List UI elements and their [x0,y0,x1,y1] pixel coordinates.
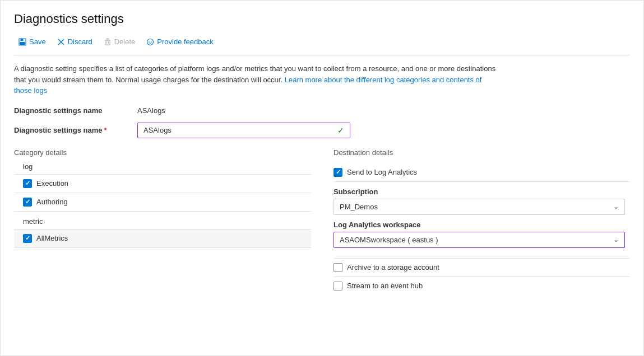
form-name-input-label: Diagnostic settings name * [14,126,137,134]
description-text: A diagnostic setting specifies a list of… [14,63,496,96]
right-panel: Destination details Send to Log Analytic… [328,148,630,295]
svg-rect-2 [20,42,25,45]
save-label: Save [29,38,46,46]
execution-checkbox[interactable] [23,179,32,188]
form-name-static-value: ASAlogs [137,106,165,115]
log-item-execution: Execution [14,175,311,193]
required-indicator: * [104,126,106,134]
feedback-button[interactable]: Provide feedback [142,35,217,48]
discard-label: Discard [68,38,92,46]
authoring-checkbox[interactable] [23,198,32,207]
svg-rect-7 [105,41,110,45]
subscription-label: Subscription [333,188,630,196]
save-icon [18,38,26,46]
subscription-chevron-icon: ⌄ [613,203,619,210]
delete-button[interactable]: Delete [99,35,140,48]
svg-rect-1 [21,39,24,41]
category-details-label: Category details [14,148,311,157]
subscription-select[interactable]: PM_Demos ⌄ [333,199,625,215]
input-valid-icon: ✓ [337,126,344,135]
storage-label: Archive to a storage account [347,263,439,271]
form-name-input-row: Diagnostic settings name * ✓ [14,123,630,138]
feedback-label: Provide feedback [157,38,213,46]
destination-details-label: Destination details [333,148,630,157]
log-analytics-row: Send to Log Analytics [333,163,630,182]
allmetrics-checkbox[interactable] [23,234,32,243]
allmetrics-label: AllMetrics [36,234,68,242]
main-content: Category details log Execution Authoring… [14,148,630,295]
event-hub-row: Stream to an event hub [333,277,630,295]
storage-checkbox[interactable] [333,263,342,272]
log-analytics-checkbox[interactable] [333,168,342,177]
subscription-select-wrapper: PM_Demos ⌄ [333,199,625,215]
svg-point-11 [149,41,150,41]
event-hub-checkbox[interactable] [333,282,342,291]
save-button[interactable]: Save [14,35,50,48]
log-analytics-label: Send to Log Analytics [347,168,417,176]
execution-label: Execution [36,179,68,188]
log-section: log Execution Authoring [14,162,311,212]
metric-section-label: metric [23,217,311,226]
workspace-value: ASAOMSworkspace ( eastus ) [340,236,438,244]
delete-icon [104,38,112,46]
toolbar: Save Discard Delete [14,35,630,55]
svg-rect-5 [106,39,109,40]
svg-point-10 [147,39,154,45]
workspace-chevron-icon: ⌄ [613,236,619,243]
workspace-select[interactable]: ASAOMSworkspace ( eastus ) ⌄ [333,232,625,248]
workspace-section: Log Analytics workspace ASAOMSworkspace … [333,221,630,248]
workspace-select-wrapper: ASAOMSworkspace ( eastus ) ⌄ [333,232,625,248]
form-name-static-label: Diagnostic settings name [14,106,137,115]
svg-rect-6 [104,40,110,40]
page-container: Diagnostics settings Save Discard [0,0,644,356]
storage-row: Archive to a storage account [333,258,630,277]
svg-point-12 [151,41,152,41]
log-item-authoring: Authoring [14,193,311,212]
subscription-value: PM_Demos [340,203,378,211]
left-panel: Category details log Execution Authoring… [14,148,328,295]
event-hub-label: Stream to an event hub [347,282,423,290]
log-section-label: log [23,162,311,171]
discard-button[interactable]: Discard [53,35,97,48]
diagnostic-name-input-wrapper: ✓ [137,123,350,138]
diagnostic-name-input[interactable] [143,126,337,134]
workspace-label: Log Analytics workspace [333,221,630,229]
delete-label: Delete [114,38,136,46]
metric-item-allmetrics: AllMetrics [14,229,311,248]
discard-icon [57,38,65,46]
feedback-icon [146,38,154,46]
metric-section: metric AllMetrics [14,217,311,248]
authoring-label: Authoring [36,198,68,206]
form-name-static-row: Diagnostic settings name ASAlogs [14,106,630,115]
page-title: Diagnostics settings [14,12,630,26]
subscription-section: Subscription PM_Demos ⌄ [333,188,630,215]
